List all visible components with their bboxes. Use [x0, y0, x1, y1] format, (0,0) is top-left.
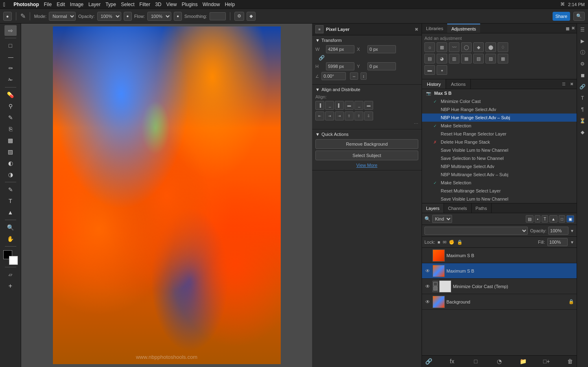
menu-window[interactable]: Window [203, 2, 220, 7]
adj-threshold-btn[interactable]: ▩ [498, 54, 508, 63]
tab-channels[interactable]: Channels [444, 203, 471, 213]
adj-photo-filter-btn[interactable]: ◕ [437, 54, 447, 63]
transform-header[interactable]: ▼ Transform [315, 38, 418, 43]
angle-input[interactable] [321, 72, 346, 80]
blend-mode-select[interactable]: Normal [424, 227, 528, 235]
eyedropper-tool[interactable]: 💊 [4, 90, 17, 100]
fill-value[interactable] [547, 238, 568, 246]
dist-right-btn[interactable]: ⇥ [335, 111, 344, 120]
select-subject-button[interactable]: Select Subject [315, 151, 418, 160]
adj-vibrance-btn[interactable]: ◆ [473, 42, 484, 52]
color-icon[interactable]: ◆ [578, 128, 587, 137]
align-center-h-btn[interactable]: ⎯ [325, 101, 334, 110]
adj-color-lookup-btn[interactable]: ▦ [461, 54, 472, 63]
history-item-5[interactable]: Reset Hue Range Selector Layer [422, 130, 577, 138]
history-item-1[interactable]: ✓ Minimize Color Cast [422, 97, 577, 105]
text-tool[interactable]: T [4, 196, 17, 206]
dodge-tool[interactable]: ◑ [4, 169, 17, 180]
history-item-4[interactable]: ✓ Make Selection [422, 122, 577, 130]
adj-brightness-btn[interactable]: ☼ [424, 42, 435, 52]
menu-type[interactable]: Type [105, 2, 116, 7]
tab-libraries[interactable]: Libraries [422, 24, 447, 33]
history-item-13[interactable]: Save Visible Lum to New Channel [422, 195, 577, 203]
layer-item-2[interactable]: 👁 Maximum S B [422, 263, 577, 279]
adjustment-filter-btn[interactable]: ▪ [535, 215, 540, 223]
settings-icon[interactable]: ⚙ [578, 59, 587, 68]
dist-top-btn[interactable]: ⇧ [345, 111, 354, 120]
adj-invert-btn[interactable]: ▧ [473, 54, 484, 63]
history-item-6[interactable]: ✗ Delete Hue Range Stack [422, 138, 577, 146]
hand-tool[interactable]: ✋ [4, 234, 17, 244]
adj-bw-btn[interactable]: ▤ [424, 54, 435, 63]
menu-help[interactable]: Help [225, 2, 235, 7]
adj-gradient-map-btn[interactable]: ▬ [424, 65, 435, 75]
frame-tool[interactable]: ▱ [4, 269, 17, 280]
clone-tool[interactable]: ⎘ [4, 124, 17, 134]
align-right-btn[interactable]: ▌ [335, 101, 344, 110]
opacity-pressure-btn[interactable]: ● [124, 12, 132, 21]
adj-selective-color-btn[interactable]: ⬥ [437, 65, 447, 75]
text-icon[interactable]: T [578, 94, 587, 103]
panel-close-icon[interactable]: ✖ [568, 81, 575, 87]
align-bottom-btn[interactable]: ▬ [364, 101, 373, 110]
panel-menu-icon[interactable]: ☰ [560, 81, 567, 87]
flip-v-btn[interactable]: ↕ [361, 72, 367, 80]
add-style-btn[interactable]: fx [448, 357, 456, 365]
lock-position-btn[interactable]: ✉ [443, 240, 446, 245]
gradient-tool[interactable]: ▨ [4, 146, 17, 157]
remove-background-button[interactable]: Remove Background [315, 139, 418, 149]
adj-curves-btn[interactable]: 〰 [449, 42, 459, 52]
type-filter-btn[interactable]: T [542, 215, 548, 223]
properties-close[interactable]: ✖ [415, 27, 418, 32]
opacity-select[interactable]: 100% [97, 12, 121, 21]
menu-filter[interactable]: Filter [140, 2, 151, 7]
history-item-3[interactable]: NBP Hue Range Select Adv – Subj [422, 114, 577, 122]
smart-filter-btn[interactable]: □ [559, 215, 565, 223]
lock-pixel-btn[interactable]: ■ [437, 240, 440, 245]
kind-filter[interactable]: Kind [432, 215, 452, 223]
history-item-8[interactable]: Save Selection to New Channel [422, 154, 577, 162]
menu-select[interactable]: Select [121, 2, 134, 7]
tab-history[interactable]: History [422, 79, 446, 89]
history-item-11[interactable]: ✓ Make Selection [422, 179, 577, 187]
quick-actions-header[interactable]: ▼ Quick Actions [315, 132, 418, 137]
layer-eye-1[interactable]: 👁 [424, 252, 431, 259]
adj-levels-btn[interactable]: ▩ [437, 42, 447, 52]
adj-expand-icon[interactable]: ◼ [566, 26, 570, 31]
adj-posterize-btn[interactable]: ▨ [485, 54, 496, 63]
dist-center-v-btn[interactable]: ⇧ [354, 111, 363, 120]
tab-layers[interactable]: Layers [422, 203, 444, 213]
eraser-tool[interactable]: ▩ [4, 135, 17, 146]
history-item-7[interactable]: Save Visible Lum to New Channel [422, 146, 577, 154]
shape-filter-btn[interactable]: ▲ [549, 215, 557, 223]
filter-toggle-btn[interactable]: ▣ [566, 215, 574, 223]
layer-item-3[interactable]: 👁 Minimize Color Cast (Temp) [422, 279, 577, 294]
align-top-btn[interactable]: ▬ [345, 101, 354, 110]
flow-select[interactable]: 100% [147, 12, 171, 21]
link2-icon[interactable]: 🔗 [578, 82, 587, 91]
lasso-tool[interactable]: ⸻ [4, 52, 17, 62]
add-mask-btn[interactable]: □ [472, 357, 480, 365]
width-input[interactable] [326, 45, 354, 53]
flow-pressure-btn[interactable]: ● [174, 12, 182, 21]
link-layers-btn[interactable]: 🔗 [424, 357, 433, 365]
layer-eye-2[interactable]: 👁 [424, 268, 431, 274]
color-picker[interactable] [3, 250, 18, 265]
pixel-filter-btn[interactable]: ▤ [526, 215, 533, 223]
adj-exposure-btn[interactable]: ◯ [461, 42, 472, 52]
healing-tool[interactable]: ⚲ [4, 101, 17, 111]
adj-close-icon[interactable]: ✖ [571, 26, 575, 31]
adj-hsl-btn[interactable]: ⬤ [485, 42, 496, 52]
tab-actions[interactable]: Actions [446, 79, 471, 89]
history2-icon[interactable]: ⏳ [578, 116, 587, 125]
menu-edit[interactable]: Edit [57, 2, 65, 7]
view-more-link[interactable]: View More [356, 163, 378, 168]
tab-adjustments[interactable]: Adjustments [447, 24, 480, 33]
history-item-9[interactable]: NBP Multirange Select Adv [422, 162, 577, 170]
brush-tool[interactable]: ✎ [4, 112, 17, 123]
zoom-tool[interactable]: 🔍 [4, 222, 17, 233]
play-icon[interactable]: ▶ [578, 37, 587, 46]
layer-item-1[interactable]: 👁 Maximum S B [422, 248, 577, 263]
menu-3d[interactable]: 3D [155, 2, 161, 7]
dist-left-btn[interactable]: ⇤ [315, 111, 324, 120]
